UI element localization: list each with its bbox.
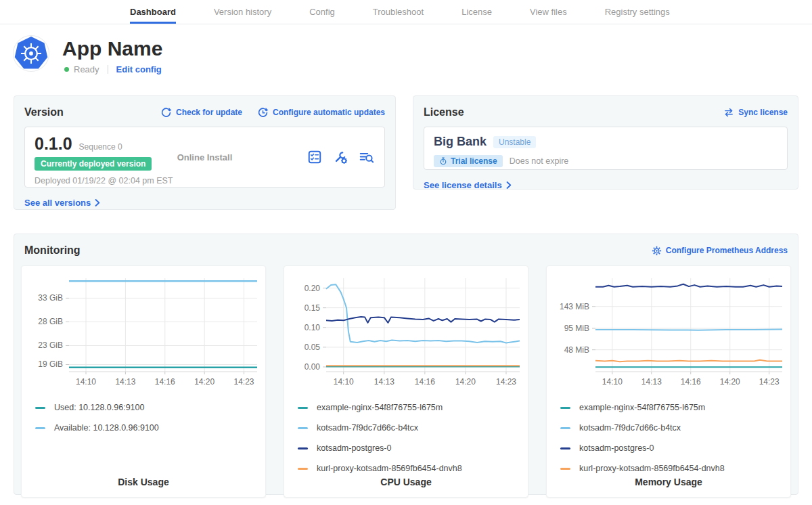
chevron-right-icon bbox=[95, 199, 100, 206]
schedule-update-icon bbox=[257, 107, 269, 118]
license-card-title: License bbox=[424, 106, 464, 118]
legend-label: example-nginx-54f8f76755-l675m bbox=[317, 403, 443, 412]
legend-swatch-icon bbox=[35, 427, 45, 429]
tab-troubleshoot[interactable]: Troubleshoot bbox=[373, 0, 424, 24]
divider bbox=[108, 65, 108, 74]
chart-title: Disk Usage bbox=[22, 477, 265, 487]
cpu-usage-panel: 14:1014:1314:1614:2014:230.200.150.100.0… bbox=[284, 265, 528, 498]
memory-usage-chart: 14:1014:1314:1614:2014:23143 MiB95 MiB48… bbox=[552, 273, 785, 392]
install-type-label: Online Install bbox=[177, 152, 233, 162]
legend-swatch-icon bbox=[560, 447, 570, 449]
svg-text:0.05: 0.05 bbox=[304, 343, 321, 352]
disk-usage-legend: Used: 10.128.0.96:9100Available: 10.128.… bbox=[35, 403, 260, 433]
svg-text:14:20: 14:20 bbox=[455, 377, 476, 387]
svg-text:14:16: 14:16 bbox=[415, 377, 435, 387]
legend-label: Used: 10.128.0.96:9100 bbox=[54, 403, 144, 412]
legend-swatch-icon bbox=[35, 407, 45, 409]
svg-text:14:13: 14:13 bbox=[641, 377, 662, 387]
legend-label: kotsadm-postgres-0 bbox=[317, 443, 391, 453]
check-for-update-link[interactable]: Check for update bbox=[160, 107, 242, 118]
gear-icon bbox=[652, 246, 662, 256]
deployed-timestamp: Deployed 01/19/22 @ 02:04 pm EST bbox=[35, 176, 375, 185]
svg-text:14:23: 14:23 bbox=[234, 377, 254, 387]
legend-item: kurl-proxy-kotsadm-8569fb6454-dnvh8 bbox=[298, 464, 522, 473]
svg-text:14:23: 14:23 bbox=[759, 377, 780, 387]
configure-prometheus-link[interactable]: Configure Prometheus Address bbox=[652, 246, 788, 256]
legend-item: kotsadm-7f9dc7d66c-b4tcx bbox=[298, 423, 522, 433]
license-expiry: Does not expire bbox=[510, 156, 569, 166]
legend-label: kotsadm-7f9dc7d66c-b4tcx bbox=[579, 423, 681, 433]
svg-text:95 MiB: 95 MiB bbox=[564, 324, 589, 333]
tab-version-history[interactable]: Version history bbox=[214, 0, 271, 24]
version-sequence: Sequence 0 bbox=[79, 142, 122, 152]
legend-label: kurl-proxy-kotsadm-8569fb6454-dnvh8 bbox=[317, 464, 462, 473]
svg-text:28 GiB: 28 GiB bbox=[38, 317, 63, 326]
svg-text:14:10: 14:10 bbox=[76, 377, 96, 387]
tab-dashboard[interactable]: Dashboard bbox=[130, 0, 176, 24]
edit-config-link[interactable]: Edit config bbox=[116, 64, 162, 74]
version-card: Version Check for update Configure autom… bbox=[14, 95, 396, 210]
app-status-row: Ready Edit config bbox=[64, 64, 162, 74]
tab-registry-settings[interactable]: Registry settings bbox=[605, 0, 670, 24]
svg-text:33 GiB: 33 GiB bbox=[38, 293, 63, 303]
svg-text:23 GiB: 23 GiB bbox=[38, 341, 63, 350]
status-text: Ready bbox=[74, 64, 99, 74]
svg-text:0.10: 0.10 bbox=[304, 323, 321, 332]
legend-label: example-nginx-54f8f76755-l675m bbox=[579, 403, 705, 412]
legend-swatch-icon bbox=[560, 427, 570, 429]
current-version-panel: 0.1.0 Sequence 0 Currently deployed vers… bbox=[24, 127, 385, 188]
version-number: 0.1.0 bbox=[35, 134, 72, 154]
disk-usage-panel: 14:1014:1314:1614:2014:2333 GiB28 GiB23 … bbox=[21, 265, 266, 498]
license-name: Big Bank bbox=[434, 135, 487, 149]
disk-usage-chart: 14:1014:1314:1614:2014:2333 GiB28 GiB23 … bbox=[27, 273, 260, 392]
page-title: App Name bbox=[62, 37, 162, 60]
legend-label: kotsadm-7f9dc7d66c-b4tcx bbox=[317, 423, 418, 433]
refresh-icon bbox=[160, 107, 172, 118]
legend-item: kotsadm-postgres-0 bbox=[298, 443, 522, 453]
sync-icon bbox=[723, 107, 734, 118]
legend-item: Available: 10.128.0.96:9100 bbox=[35, 423, 260, 433]
svg-text:14:16: 14:16 bbox=[681, 377, 701, 387]
legend-label: kotsadm-postgres-0 bbox=[579, 443, 654, 453]
sync-license-link[interactable]: Sync license bbox=[723, 107, 788, 118]
see-license-details-link[interactable]: See license details bbox=[424, 180, 512, 190]
monitoring-title: Monitoring bbox=[24, 244, 81, 257]
see-all-versions-link[interactable]: See all versions bbox=[24, 198, 100, 208]
license-card: License Sync license Big Bank Unstable bbox=[413, 95, 798, 190]
svg-text:14:10: 14:10 bbox=[602, 377, 623, 387]
tab-view-files[interactable]: View files bbox=[530, 0, 567, 24]
legend-item: example-nginx-54f8f76755-l675m bbox=[298, 403, 522, 412]
svg-text:19 GiB: 19 GiB bbox=[38, 359, 63, 369]
config-wrench-icon[interactable] bbox=[333, 150, 348, 164]
legend-label: kurl-proxy-kotsadm-8569fb6454-dnvh8 bbox=[579, 464, 725, 473]
chart-title: CPU Usage bbox=[284, 477, 528, 487]
svg-text:14:10: 14:10 bbox=[334, 377, 354, 387]
svg-text:14:23: 14:23 bbox=[496, 377, 516, 387]
legend-swatch-icon bbox=[560, 407, 570, 409]
deployed-badge: Currently deployed version bbox=[35, 157, 152, 171]
svg-text:0.15: 0.15 bbox=[304, 303, 321, 313]
svg-text:143 MiB: 143 MiB bbox=[560, 302, 589, 311]
cpu-usage-legend: example-nginx-54f8f76755-l675mkotsadm-7f… bbox=[298, 403, 522, 473]
configure-automatic-updates-link[interactable]: Configure automatic updates bbox=[257, 107, 385, 118]
legend-swatch-icon bbox=[298, 447, 308, 449]
stopwatch-icon bbox=[439, 157, 447, 165]
svg-text:14:13: 14:13 bbox=[374, 377, 394, 387]
memory-usage-legend: example-nginx-54f8f76755-l675mkotsadm-7f… bbox=[560, 403, 785, 473]
legend-item: kotsadm-postgres-0 bbox=[560, 443, 785, 453]
version-card-title: Version bbox=[24, 106, 64, 118]
svg-text:0.20: 0.20 bbox=[304, 284, 321, 293]
chevron-right-icon bbox=[506, 181, 512, 189]
svg-text:14:20: 14:20 bbox=[720, 377, 740, 387]
trial-license-badge: Trial license bbox=[434, 155, 503, 167]
view-logs-icon[interactable] bbox=[359, 150, 374, 164]
tab-license[interactable]: License bbox=[461, 0, 492, 24]
legend-swatch-icon bbox=[560, 468, 570, 470]
legend-item: example-nginx-54f8f76755-l675m bbox=[560, 403, 785, 412]
top-nav: Dashboard Version history Config Trouble… bbox=[0, 0, 812, 24]
preflight-checks-icon[interactable] bbox=[307, 150, 322, 164]
legend-item: kotsadm-7f9dc7d66c-b4tcx bbox=[560, 423, 785, 433]
legend-swatch-icon bbox=[298, 468, 308, 470]
tab-config[interactable]: Config bbox=[309, 0, 335, 24]
license-panel: Big Bank Unstable Trial license Does not… bbox=[424, 127, 788, 170]
